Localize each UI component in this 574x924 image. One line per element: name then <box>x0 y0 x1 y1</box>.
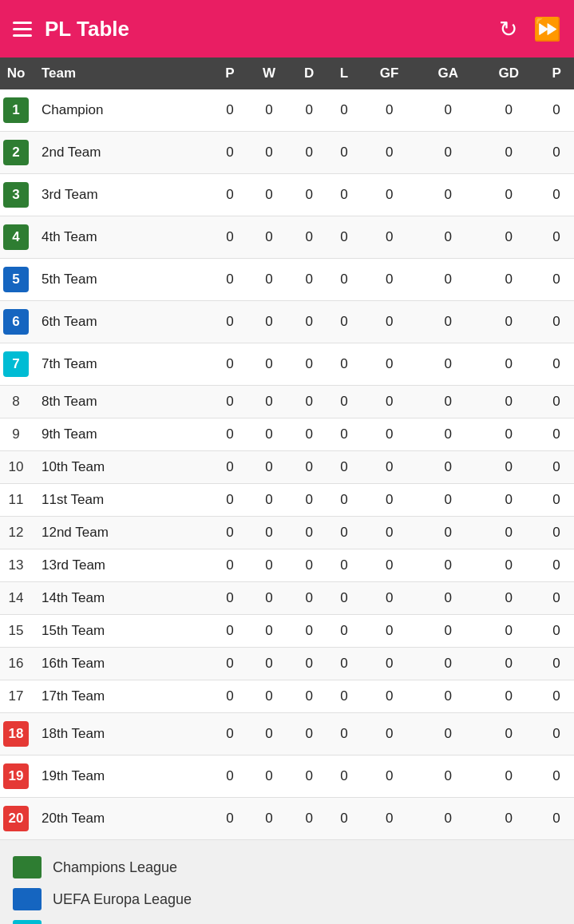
standings-table-container: No Team P W D L GF GA GD P 1 Champion 0 … <box>0 58 574 840</box>
table-row: 7 7th Team 0 0 0 0 0 0 0 0 <box>0 343 574 386</box>
lost-cell: 0 <box>327 517 361 549</box>
ga-cell: 0 <box>418 615 478 648</box>
team-name-cell: 2nd Team <box>32 132 212 174</box>
played-cell: 0 <box>212 301 247 343</box>
col-header-no: No <box>0 58 32 89</box>
pts-cell: 0 <box>539 174 574 216</box>
gf-cell: 0 <box>361 582 418 615</box>
lost-cell: 0 <box>327 680 361 713</box>
gd-cell: 0 <box>478 648 539 680</box>
hamburger-menu-icon[interactable] <box>13 22 32 37</box>
gf-cell: 0 <box>361 615 418 648</box>
played-cell: 0 <box>212 798 247 840</box>
pts-cell: 0 <box>539 648 574 680</box>
ga-cell: 0 <box>418 713 478 755</box>
played-cell: 0 <box>212 259 247 301</box>
rank-cell: 19 <box>0 755 32 798</box>
gd-cell: 0 <box>478 713 539 755</box>
legend-item: UEFA Europa League <box>13 888 561 910</box>
gd-cell: 0 <box>478 259 539 301</box>
won-cell: 0 <box>247 259 291 301</box>
lost-cell: 0 <box>327 343 361 386</box>
lost-cell: 0 <box>327 549 361 582</box>
team-name-cell: 3rd Team <box>32 174 212 216</box>
ga-cell: 0 <box>418 343 478 386</box>
drawn-cell: 0 <box>291 216 327 259</box>
drawn-cell: 0 <box>291 484 327 517</box>
drawn-cell: 0 <box>291 713 327 755</box>
lost-cell: 0 <box>327 386 361 418</box>
drawn-cell: 0 <box>291 680 327 713</box>
standings-table: No Team P W D L GF GA GD P 1 Champion 0 … <box>0 58 574 840</box>
pts-cell: 0 <box>539 615 574 648</box>
drawn-cell: 0 <box>291 89 327 132</box>
legend-item: UEFA Conference League <box>13 920 561 924</box>
won-cell: 0 <box>247 517 291 549</box>
team-name-cell: 5th Team <box>32 259 212 301</box>
ga-cell: 0 <box>418 259 478 301</box>
lost-cell: 0 <box>327 451 361 484</box>
gf-cell: 0 <box>361 174 418 216</box>
won-cell: 0 <box>247 174 291 216</box>
drawn-cell: 0 <box>291 259 327 301</box>
gf-cell: 0 <box>361 132 418 174</box>
pts-cell: 0 <box>539 451 574 484</box>
ga-cell: 0 <box>418 798 478 840</box>
played-cell: 0 <box>212 484 247 517</box>
lost-cell: 0 <box>327 798 361 840</box>
played-cell: 0 <box>212 174 247 216</box>
drawn-cell: 0 <box>291 132 327 174</box>
rank-cell: 6 <box>0 301 32 343</box>
pts-cell: 0 <box>539 386 574 418</box>
won-cell: 0 <box>247 89 291 132</box>
pts-cell: 0 <box>539 216 574 259</box>
table-row: 9 9th Team 0 0 0 0 0 0 0 0 <box>0 418 574 451</box>
lost-cell: 0 <box>327 174 361 216</box>
team-name-cell: 10th Team <box>32 451 212 484</box>
pts-cell: 0 <box>539 259 574 301</box>
table-row: 19 19th Team 0 0 0 0 0 0 0 0 <box>0 755 574 798</box>
lost-cell: 0 <box>327 216 361 259</box>
ga-cell: 0 <box>418 132 478 174</box>
team-name-cell: 8th Team <box>32 386 212 418</box>
rank-cell: 9 <box>0 418 32 451</box>
team-name-cell: 12nd Team <box>32 517 212 549</box>
refresh-icon[interactable]: ↻ <box>499 16 517 42</box>
drawn-cell: 0 <box>291 418 327 451</box>
gd-cell: 0 <box>478 798 539 840</box>
gd-cell: 0 <box>478 418 539 451</box>
ga-cell: 0 <box>418 517 478 549</box>
won-cell: 0 <box>247 648 291 680</box>
lost-cell: 0 <box>327 132 361 174</box>
pts-cell: 0 <box>539 343 574 386</box>
played-cell: 0 <box>212 216 247 259</box>
table-row: 14 14th Team 0 0 0 0 0 0 0 0 <box>0 582 574 615</box>
rank-cell: 1 <box>0 89 32 132</box>
drawn-cell: 0 <box>291 798 327 840</box>
lost-cell: 0 <box>327 648 361 680</box>
gf-cell: 0 <box>361 259 418 301</box>
gd-cell: 0 <box>478 216 539 259</box>
played-cell: 0 <box>212 615 247 648</box>
won-cell: 0 <box>247 301 291 343</box>
drawn-cell: 0 <box>291 615 327 648</box>
table-row: 6 6th Team 0 0 0 0 0 0 0 0 <box>0 301 574 343</box>
team-name-cell: 18th Team <box>32 713 212 755</box>
won-cell: 0 <box>247 216 291 259</box>
won-cell: 0 <box>247 451 291 484</box>
gf-cell: 0 <box>361 755 418 798</box>
ga-cell: 0 <box>418 386 478 418</box>
gf-cell: 0 <box>361 301 418 343</box>
gd-cell: 0 <box>478 386 539 418</box>
ga-cell: 0 <box>418 582 478 615</box>
played-cell: 0 <box>212 648 247 680</box>
col-header-p: P <box>212 58 247 89</box>
lost-cell: 0 <box>327 301 361 343</box>
ga-cell: 0 <box>418 755 478 798</box>
pts-cell: 0 <box>539 680 574 713</box>
played-cell: 0 <box>212 418 247 451</box>
pts-cell: 0 <box>539 89 574 132</box>
table-row: 13 13rd Team 0 0 0 0 0 0 0 0 <box>0 549 574 582</box>
fast-forward-icon[interactable]: ⏩ <box>533 16 561 42</box>
pts-cell: 0 <box>539 755 574 798</box>
